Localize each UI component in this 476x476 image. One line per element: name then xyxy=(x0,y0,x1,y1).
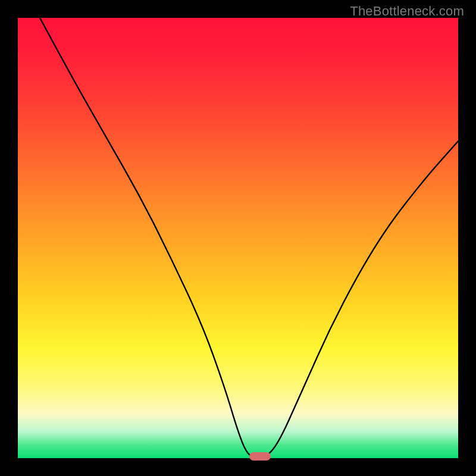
plot-area xyxy=(18,18,458,458)
minimum-marker xyxy=(249,452,271,461)
watermark-text: TheBottleneck.com xyxy=(350,4,464,19)
bottleneck-curve xyxy=(18,18,458,458)
curve-path xyxy=(40,18,458,458)
chart-frame: TheBottleneck.com xyxy=(0,0,476,476)
